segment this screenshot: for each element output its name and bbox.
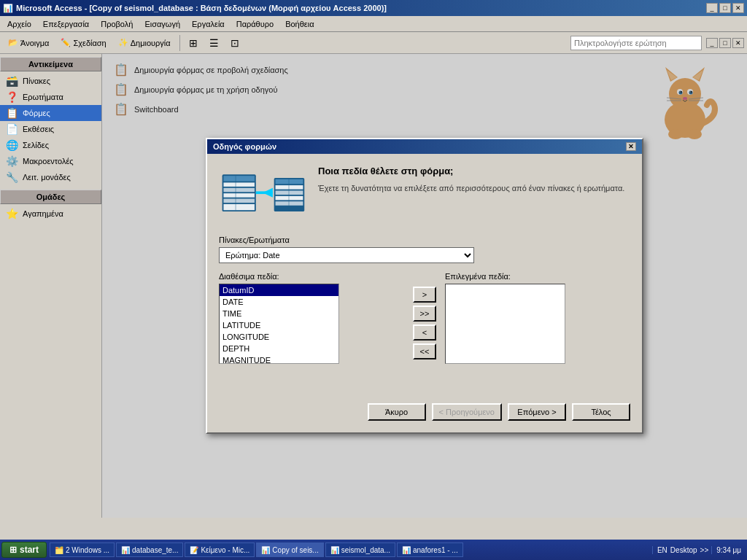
dialog-body: Ποια πεδία θέλετε στη φόρμα; Έχετε τη δυ… [207,154,642,397]
svg-rect-24 [223,199,254,203]
field-date[interactable]: DATE [220,296,338,308]
svg-rect-22 [223,188,254,192]
design-button[interactable]: ✏️ Σχεδίαση [55,36,111,50]
start-button[interactable]: ⊞ start [1,542,47,558]
clock: 9:34 μμ [711,546,741,554]
content-area: 📋 Δημιουργία φόρμας σε προβολή σχεδίασης… [102,54,747,518]
app-icon: 📊 [3,4,13,13]
sidebar-item-macros[interactable]: ⚙️ Μακροεντολές [0,153,101,169]
dialog-close-button[interactable]: ✕ [626,142,636,151]
table-query-label: Πίνακες/Ερωτήματα [219,236,630,244]
windows-logo: ⊞ [9,545,17,555]
svg-rect-33 [276,196,303,201]
fields-section: Διαθέσιμα πεδία: DatumID DATE TIME LATIT… [219,272,630,374]
create-button[interactable]: ✨ Δημιουργία [113,36,176,50]
wizard-illustration [219,169,306,220]
sidebar-item-pages[interactable]: 🌐 Σελίδες [0,137,101,153]
sidebar-item-favorites[interactable]: ⭐ Αγαπημένα [0,206,101,222]
taskbar-icon-0: 🗂️ [55,546,63,554]
reports-icon: 📄 [6,123,18,135]
sidebar-item-tables[interactable]: 🗃️ Πίνακες [0,73,101,89]
svg-rect-31 [276,185,303,190]
maximize-button[interactable]: □ [719,3,731,13]
title-bar-buttons: _ □ ✕ [706,3,744,13]
groups-header: Ομάδες [0,190,101,204]
finish-button[interactable]: Τέλος [572,403,630,421]
taskbar-item-4[interactable]: 📊 seismol_data... [325,542,395,557]
next-button[interactable]: Επόμενο > [508,403,566,421]
taskbar-right: EN Desktop >> 9:34 μμ [652,546,746,554]
menu-help[interactable]: Βοήθεια [279,18,320,30]
menu-view[interactable]: Προβολή [95,18,139,30]
field-datumid[interactable]: DatumID [220,284,338,296]
menu-tools[interactable]: Εργαλεία [186,18,231,30]
field-magnitude[interactable]: MAGNITUDE [220,354,338,364]
taskbar-icon-2: 📝 [190,546,198,554]
title-bar: 📊 Microsoft Access - [Copy of seismol_da… [0,0,747,16]
cancel-button[interactable]: Άκυρο [368,403,426,421]
sidebar-item-modules[interactable]: 🔧 Λειτ. μονάδες [0,169,101,185]
dialog-buttons: Άκυρο < Προηγούμενο Επόμενο > Τέλος [207,397,642,432]
menu-insert[interactable]: Εισαγωγή [139,18,186,30]
svg-rect-28 [256,191,273,194]
field-latitude[interactable]: LATITUDE [220,319,338,331]
move-right-all-button[interactable]: >> [413,306,436,322]
icon-btn-1[interactable]: ⊞ [184,35,203,51]
menu-edit[interactable]: Επεξεργασία [37,18,95,30]
desktop-label: Desktop [670,546,697,554]
svg-rect-34 [276,201,303,206]
svg-rect-23 [223,193,254,198]
modal-overlay: Οδηγός φορμών ✕ [102,54,747,518]
svg-rect-25 [223,204,254,210]
wizard-text: Ποια πεδία θέλετε στη φόρμα; Έχετε τη δυ… [318,166,630,224]
selected-fields-list[interactable] [445,284,565,364]
taskbar-item-0[interactable]: 🗂️ 2 Windows ... [50,542,115,557]
available-fields-list[interactable]: DatumID DATE TIME LATITUDE LONGITUDE DEP… [219,284,339,364]
sidebar-item-forms[interactable]: 📋 Φόρμες [0,105,101,121]
form-wizard-dialog: Οδηγός φορμών ✕ [206,138,643,434]
object-bar: 📂 Άνοιγμα ✏️ Σχεδίαση ✨ Δημιουργία ⊞ ☰ ⊡… [0,32,747,54]
dialog-title-buttons: ✕ [626,142,636,151]
taskbar-icon-1: 📊 [121,546,130,554]
wizard-description: Έχετε τη δυνατότητα να επιλέξετε από περ… [318,182,630,195]
move-left-all-button[interactable]: << [413,343,436,359]
selected-fields-label: Επιλεγμένα πεδία: [445,272,630,281]
svg-rect-21 [223,182,254,187]
prev-button[interactable]: < Προηγούμενο [432,403,502,421]
minimize-button[interactable]: _ [706,3,718,13]
table-query-select[interactable]: Ερώτημα: Date [219,247,474,263]
field-longitude[interactable]: LONGITUDE [220,331,338,343]
table-query-row: Πίνακες/Ερωτήματα Ερώτημα: Date [219,236,630,263]
taskbar-expand[interactable]: >> [700,546,709,554]
field-time[interactable]: TIME [220,308,338,319]
taskbar-item-3[interactable]: 📊 Copy of seis... [256,542,323,557]
available-fields-label: Διαθέσιμα πεδία: [219,272,404,281]
move-right-one-button[interactable]: > [413,287,436,303]
taskbar-item-5[interactable]: 📊 anafores1 - ... [397,542,463,557]
taskbar-item-1[interactable]: 📊 database_te... [116,542,183,557]
field-depth[interactable]: DEPTH [220,343,338,354]
close-button[interactable]: ✕ [732,3,744,13]
open-button[interactable]: 📂 Άνοιγμα [3,36,54,50]
toolbar-minimize[interactable]: _ [706,38,718,48]
dialog-title-text: Οδηγός φορμών [213,142,276,151]
move-left-one-button[interactable]: < [413,324,436,341]
sidebar-item-queries[interactable]: ❓ Ερωτήματα [0,89,101,105]
icon-btn-3[interactable]: ⊡ [225,35,244,51]
menu-file[interactable]: Αρχείο [1,18,37,30]
sidebar-header: Αντικείμενα [0,57,101,71]
design-icon: ✏️ [61,38,71,47]
sidebar: Αντικείμενα 🗃️ Πίνακες ❓ Ερωτήματα 📋 Φόρ… [0,54,102,518]
taskbar-item-2[interactable]: 📝 Κείμενο - Mic... [185,542,255,557]
menu-window[interactable]: Παράθυρο [231,18,279,30]
taskbar: ⊞ start 🗂️ 2 Windows ... 📊 database_te..… [0,540,747,560]
toolbar-restore[interactable]: □ [719,38,731,48]
tables-icon: 🗃️ [6,75,18,87]
toolbar-close[interactable]: ✕ [732,38,744,48]
search-input[interactable] [570,36,702,50]
sidebar-item-reports[interactable]: 📄 Εκθέσεις [0,121,101,137]
icon-btn-2[interactable]: ☰ [204,35,224,51]
svg-rect-32 [276,190,303,195]
language-indicator: EN [657,546,667,554]
svg-rect-30 [276,179,303,184]
